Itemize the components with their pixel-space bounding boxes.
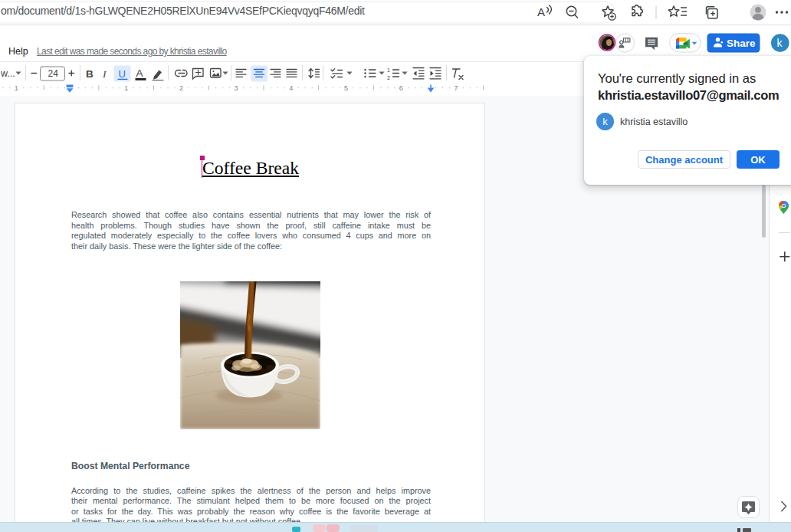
svg-text:1: 1: [387, 67, 390, 73]
svg-text:I: I: [102, 68, 107, 80]
svg-text:Share: Share: [727, 38, 756, 49]
svg-text:2: 2: [387, 75, 390, 80]
svg-text:k: k: [777, 37, 783, 49]
svg-text:B: B: [86, 68, 94, 80]
svg-text:w...: w...: [0, 68, 15, 79]
svg-text:A: A: [136, 67, 143, 79]
svg-text:U: U: [119, 68, 126, 80]
svg-text:A: A: [537, 5, 545, 18]
svg-text:24: 24: [48, 68, 59, 79]
